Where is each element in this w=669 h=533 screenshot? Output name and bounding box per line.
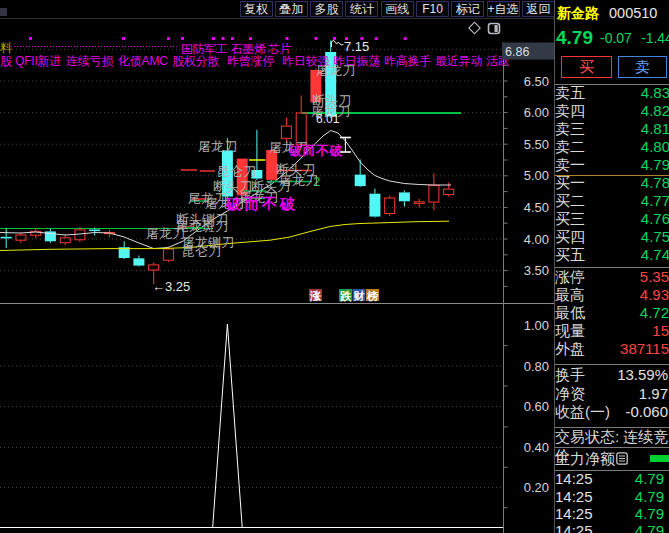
svg-text:昆仑刀: 昆仑刀 bbox=[182, 244, 221, 259]
svg-text:4.00: 4.00 bbox=[524, 232, 549, 247]
svg-text:涨: 涨 bbox=[309, 290, 322, 302]
svg-text:5.00: 5.00 bbox=[524, 168, 549, 183]
svg-text:化债AMC: 化债AMC bbox=[117, 54, 168, 68]
svg-text:昨日振荡: 昨日振荡 bbox=[333, 54, 380, 68]
svg-text:股: 股 bbox=[0, 54, 12, 68]
svg-text:1.00: 1.00 bbox=[524, 318, 549, 333]
svg-text:连续亏损: 连续亏损 bbox=[66, 54, 113, 68]
svg-text:昨曾涨停: 昨曾涨停 bbox=[227, 54, 274, 68]
svg-text:6.50: 6.50 bbox=[524, 74, 549, 89]
svg-text:昆仑刀: 昆仑刀 bbox=[217, 164, 256, 179]
svg-text:榜: 榜 bbox=[366, 290, 378, 302]
svg-text:0.60: 0.60 bbox=[524, 399, 549, 414]
svg-text:破而不破: 破而不破 bbox=[225, 195, 298, 212]
svg-text:←3.25: ←3.25 bbox=[152, 279, 190, 294]
svg-text:屠龙刀: 屠龙刀 bbox=[146, 226, 185, 241]
svg-text:6.00: 6.00 bbox=[524, 105, 549, 120]
svg-text:0.40: 0.40 bbox=[524, 440, 549, 455]
svg-text:QFII新进: QFII新进 bbox=[15, 54, 61, 68]
svg-text:0.80: 0.80 bbox=[524, 359, 549, 374]
svg-text:3.50: 3.50 bbox=[524, 263, 549, 278]
svg-text:4.50: 4.50 bbox=[524, 200, 549, 215]
svg-text:7.15: 7.15 bbox=[344, 39, 369, 54]
svg-text:股权分散: 股权分散 bbox=[172, 54, 219, 68]
svg-text:0.20: 0.20 bbox=[524, 480, 549, 495]
svg-text:尾龙刀: 尾龙刀 bbox=[188, 191, 227, 206]
svg-text:6.01: 6.01 bbox=[316, 112, 340, 126]
svg-text:屠龙刀: 屠龙刀 bbox=[198, 139, 237, 154]
svg-text:5.50: 5.50 bbox=[524, 137, 549, 152]
svg-text:昨日较强: 昨日较强 bbox=[282, 54, 329, 68]
svg-text:昨高换手: 昨高换手 bbox=[384, 54, 431, 68]
svg-text:6.86: 6.86 bbox=[505, 45, 529, 59]
svg-text:跌: 跌 bbox=[340, 290, 352, 302]
svg-text:最近异动: 最近异动 bbox=[435, 54, 482, 68]
svg-text:破而不破: 破而不破 bbox=[288, 143, 343, 158]
svg-text:财: 财 bbox=[353, 290, 365, 302]
